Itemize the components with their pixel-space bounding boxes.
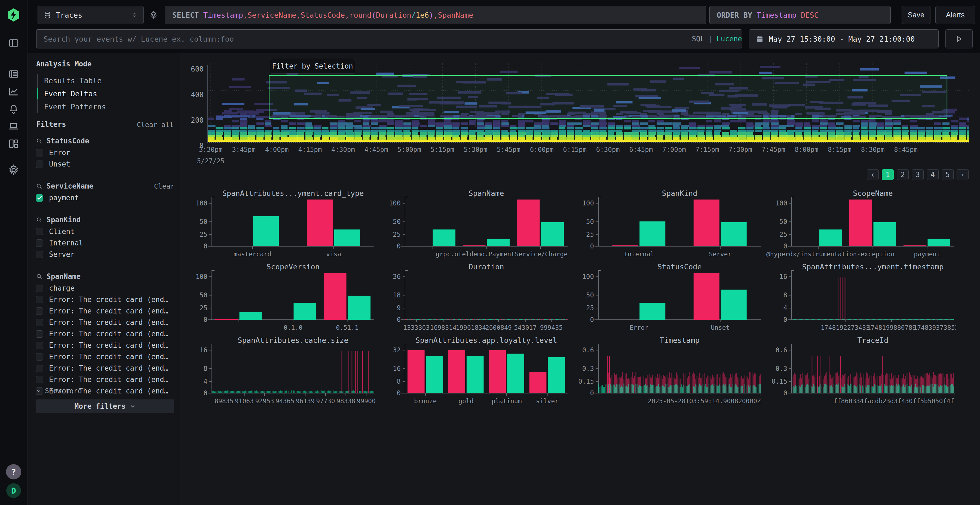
show-more-link[interactable]: Show more — [36, 387, 82, 395]
checkbox-unchecked[interactable] — [36, 308, 43, 315]
chart-traceid[interactable]: TraceId00.150.30.6ff860334facdb23d3f430f… — [766, 335, 959, 408]
checkbox-unchecked[interactable] — [36, 342, 43, 349]
bar-inlier[interactable] — [507, 354, 524, 393]
chart-scopeversion[interactable]: ScopeVersion025501000.1.00.51.1 — [186, 261, 379, 335]
checkbox-unchecked[interactable] — [36, 160, 43, 168]
alerts-bell-icon[interactable] — [8, 103, 20, 115]
filter-option[interactable]: Unset — [36, 158, 175, 170]
source-select[interactable]: Traces — [38, 6, 144, 24]
bar-inlier[interactable] — [334, 229, 360, 246]
language-lucene-option[interactable]: Lucene — [716, 35, 742, 43]
bar-inlier[interactable] — [819, 229, 842, 246]
bar-inlier[interactable] — [548, 357, 565, 393]
filter-option[interactable]: Error: The credit card (end… — [36, 374, 175, 385]
filter-option[interactable]: Client — [36, 226, 175, 237]
search-input[interactable] — [36, 29, 742, 48]
run-query-button[interactable] — [945, 29, 973, 48]
bar-outlier[interactable] — [517, 199, 540, 246]
bar-inlier[interactable] — [466, 356, 484, 393]
filter-option[interactable]: Server — [36, 249, 175, 260]
chart-spanattributes-app-loyalty-level[interactable]: SpanAttributes.app.loyalty.level081632br… — [379, 335, 573, 408]
bar-inlier[interactable] — [253, 216, 279, 246]
filter-option[interactable]: Error: The credit card (end… — [36, 340, 175, 351]
checkbox-unchecked[interactable] — [36, 284, 43, 292]
events-heatmap[interactable]: 0200400600 3:30pm3:45pm4:00pm4:15pm4:30p… — [180, 53, 980, 168]
pagination-page-4[interactable]: 4 — [927, 169, 939, 180]
checkbox-unchecked[interactable] — [36, 296, 43, 303]
checkbox-unchecked[interactable] — [36, 319, 43, 326]
chart-statuscode[interactable]: StatusCode02550100ErrorUnset — [573, 261, 766, 335]
checkbox-unchecked[interactable] — [36, 228, 43, 235]
save-button[interactable]: Save — [902, 6, 931, 24]
help-button[interactable]: ? — [6, 464, 21, 480]
bar-inlier[interactable] — [721, 290, 747, 320]
bar-inlier[interactable] — [433, 229, 456, 246]
chart-spanattributes-cache-size[interactable]: SpanAttributes.cache.size048168983591063… — [186, 335, 379, 408]
bar-outlier[interactable] — [694, 199, 719, 246]
search-icon[interactable] — [36, 137, 43, 145]
bar-outlier[interactable] — [530, 372, 547, 393]
bar-inlier[interactable] — [541, 222, 564, 246]
hyperdx-logo-icon[interactable] — [6, 7, 21, 22]
filter-group-clear-link[interactable]: Clear — [154, 182, 175, 190]
language-toggle[interactable]: SQL | Lucene — [692, 29, 742, 48]
pagination-page-1[interactable]: 1 — [882, 169, 894, 180]
pagination-page-3[interactable]: 3 — [912, 169, 924, 180]
search-icon[interactable] — [36, 216, 43, 223]
bar-outlier[interactable] — [448, 350, 465, 393]
filter-option[interactable]: payment — [36, 192, 175, 203]
checkbox-unchecked[interactable] — [36, 330, 43, 338]
filter-option[interactable]: Error: The credit card (end… — [36, 328, 175, 340]
sidebar-toggle-icon[interactable] — [8, 37, 20, 49]
chart-spanname[interactable]: SpanName02550100grpc.oteldemo.PaymentSer… — [379, 188, 573, 261]
filter-option[interactable]: charge — [36, 283, 175, 294]
bar-inlier[interactable] — [487, 239, 510, 246]
filter-option[interactable]: Error: The credit card (end… — [36, 317, 175, 328]
filter-option[interactable]: Error: The credit card (end… — [36, 362, 175, 374]
chart-explorer-icon[interactable] — [8, 86, 20, 97]
checkbox-unchecked[interactable] — [36, 240, 43, 247]
chart-spanattributes-yment-card-type[interactable]: SpanAttributes...yment.card_type02550100… — [186, 188, 379, 261]
bar-outlier[interactable] — [612, 245, 638, 246]
chart-scopename[interactable]: ScopeName02550100@hyperdx/instrumentatio… — [766, 188, 959, 261]
sql-select-input[interactable]: SELECT Timestamp,ServiceName,StatusCode,… — [165, 6, 706, 24]
bar-outlier[interactable] — [307, 199, 333, 246]
filter-by-selection-button[interactable]: Filter by Selection — [270, 59, 355, 73]
bar-inlier[interactable] — [873, 222, 896, 246]
bar-inlier[interactable] — [640, 303, 665, 320]
analysis-mode-item-event-deltas[interactable]: Event Deltas — [38, 87, 168, 100]
filter-option[interactable]: Error: The credit card (end… — [36, 351, 175, 362]
filter-option[interactable]: Error — [36, 147, 175, 158]
bar-inlier[interactable] — [294, 303, 317, 320]
checkbox-unchecked[interactable] — [36, 376, 43, 383]
bar-inlier[interactable] — [348, 296, 371, 320]
user-avatar[interactable]: D — [6, 483, 21, 498]
bar-outlier[interactable] — [407, 350, 425, 393]
chart-timestamp[interactable]: Timestamp00.150.30.62025-05-28T03:59:14.… — [573, 335, 766, 408]
team-settings-gear-icon[interactable] — [7, 164, 20, 176]
bar-inlier[interactable] — [640, 221, 665, 246]
bar-outlier[interactable] — [904, 245, 926, 246]
bar-outlier[interactable] — [324, 273, 347, 320]
checkbox-unchecked[interactable] — [36, 365, 43, 372]
search-icon[interactable] — [36, 183, 43, 190]
checkbox-unchecked[interactable] — [36, 353, 43, 360]
filter-option[interactable]: Internal — [36, 237, 175, 249]
chart-duration[interactable]: Duration09183613333631698314199618342600… — [379, 261, 573, 335]
dashboards-icon[interactable] — [8, 138, 20, 150]
bar-outlier[interactable] — [694, 273, 719, 320]
search-logs-icon[interactable] — [8, 68, 20, 80]
order-by-input[interactable]: ORDER BY Timestamp DESC — [710, 6, 891, 24]
more-filters-button[interactable]: More filters — [36, 399, 174, 413]
pagination-next-button[interactable]: › — [956, 169, 969, 180]
search-icon[interactable] — [36, 273, 43, 280]
bar-inlier[interactable] — [721, 222, 747, 246]
checkbox-unchecked[interactable] — [36, 251, 43, 258]
bar-inlier[interactable] — [240, 312, 262, 320]
source-settings-gear-icon[interactable] — [149, 10, 158, 21]
checkbox-checked[interactable] — [36, 194, 43, 202]
alerts-button[interactable]: Alerts — [935, 6, 975, 24]
filter-option[interactable]: Error: The credit card (end… — [36, 294, 175, 305]
language-sql-option[interactable]: SQL — [692, 35, 705, 43]
bar-inlier[interactable] — [426, 356, 443, 393]
